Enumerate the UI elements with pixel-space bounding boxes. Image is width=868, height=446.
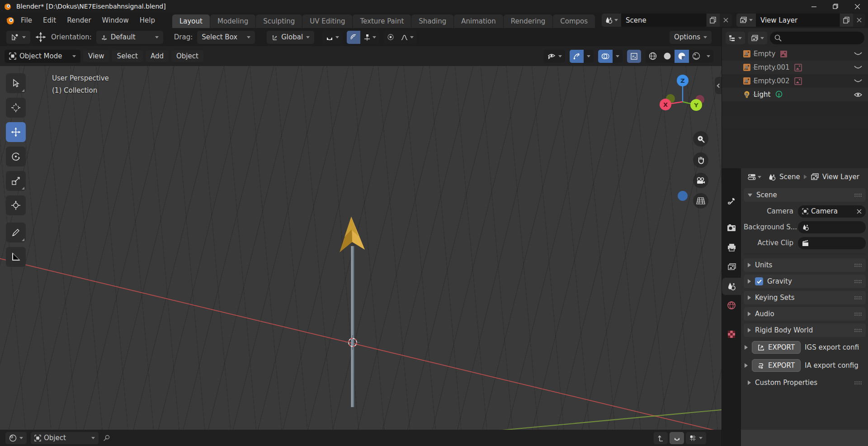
shading-solid-button[interactable] [660, 50, 675, 63]
expand-icon[interactable] [745, 79, 749, 83]
tab-uv-editing[interactable]: UV Editing [302, 14, 352, 28]
drag-dropdown[interactable]: Select Box [197, 31, 255, 44]
outliner-display-mode-button[interactable] [726, 32, 745, 44]
snap-target-button[interactable] [360, 31, 379, 44]
panel-units[interactable]: Units [744, 258, 866, 272]
menu-window[interactable]: Window [97, 13, 134, 28]
tab-output[interactable] [722, 239, 741, 256]
tab-view-layer[interactable] [722, 259, 741, 276]
sidebar-collapse-tab[interactable] [715, 77, 722, 94]
expand-icon[interactable] [745, 92, 749, 97]
axis-y-ball[interactable]: Y [690, 99, 702, 111]
footer-object-dropdown[interactable]: Object [31, 432, 99, 444]
pan-view-button[interactable] [693, 152, 708, 168]
toggle-xray-button[interactable] [627, 50, 641, 63]
tab-shading[interactable]: Shading [411, 14, 453, 28]
drag-grip[interactable] [854, 296, 862, 300]
axis-x-ball[interactable]: X [660, 99, 671, 110]
tab-modeling[interactable]: Modeling [210, 14, 255, 28]
editor-type-button[interactable] [5, 432, 27, 444]
scene-unlink-button[interactable] [720, 14, 732, 27]
show-gizmo-visibility-button[interactable] [544, 50, 565, 63]
background-scene-field[interactable] [798, 221, 866, 233]
ia-export-button[interactable]: EXPORT [752, 359, 801, 372]
igs-export-button[interactable]: EXPORT [752, 341, 801, 354]
tool-rotate[interactable] [6, 147, 26, 166]
drag-grip[interactable] [854, 381, 862, 385]
move-gizmo-icon[interactable] [35, 31, 47, 43]
tab-sculpting[interactable]: Sculpting [256, 14, 302, 28]
transform-orientation-dropdown[interactable]: Global [267, 31, 314, 44]
close-button[interactable] [846, 0, 868, 13]
tool-move[interactable] [6, 122, 26, 142]
panel-audio[interactable]: Audio [744, 307, 866, 321]
active-clip-field[interactable] [798, 237, 866, 249]
menu-object[interactable]: Object [171, 50, 203, 62]
tool-scale[interactable] [6, 171, 26, 191]
pin-icon[interactable] [103, 434, 110, 442]
outliner-row-empty[interactable]: Empty [722, 47, 868, 61]
tool-cursor[interactable] [6, 98, 26, 118]
expand-icon[interactable] [745, 52, 749, 56]
menu-file[interactable]: File [15, 13, 38, 28]
scene-browse-button[interactable] [602, 14, 621, 27]
camera-view-button[interactable] [693, 173, 708, 188]
shading-rendered-button[interactable] [689, 50, 703, 63]
proportional-edit-button[interactable] [384, 31, 397, 44]
footer-up-button[interactable] [654, 432, 668, 444]
restore-button[interactable] [825, 0, 846, 13]
camera-field[interactable]: Camera [798, 205, 866, 218]
show-gizmos-button[interactable] [570, 50, 584, 63]
view-layer-remove-button[interactable] [853, 14, 865, 27]
outliner-filter-button[interactable] [748, 32, 767, 44]
tab-layout[interactable]: Layout [172, 14, 210, 28]
blue-dot-object[interactable] [677, 190, 689, 202]
scene-new-button[interactable] [706, 14, 720, 27]
panel-gravity[interactable]: Gravity [744, 275, 866, 288]
expand-icon[interactable] [745, 65, 749, 70]
properties-filter-button[interactable] [745, 171, 764, 183]
blender-menu-icon[interactable] [5, 15, 15, 25]
tab-rendering[interactable]: Rendering [504, 14, 553, 28]
gizmos-dropdown[interactable] [584, 50, 594, 63]
drag-grip[interactable] [854, 312, 862, 316]
breadcrumb-view-layer[interactable]: View Layer [822, 173, 859, 181]
drag-grip[interactable] [854, 328, 862, 332]
view-layer-browse-button[interactable] [736, 14, 756, 27]
tool-select-box[interactable] [6, 73, 26, 93]
options-dropdown[interactable]: Options [670, 31, 712, 44]
shading-material-button[interactable] [675, 50, 689, 63]
tool-transform[interactable] [6, 195, 26, 215]
tool-annotate[interactable] [6, 223, 26, 242]
shading-dropdown[interactable] [703, 50, 713, 63]
panel-custom-properties[interactable]: Custom Properties [744, 376, 866, 389]
menu-render[interactable]: Render [61, 13, 96, 28]
eye-open-icon[interactable] [854, 92, 863, 98]
drag-grip[interactable] [854, 280, 862, 284]
eye-closed-icon[interactable] [854, 51, 863, 57]
tool-measure[interactable] [6, 247, 26, 267]
gravity-checkbox[interactable] [755, 277, 763, 285]
eye-closed-icon[interactable] [854, 65, 863, 70]
eye-closed-icon[interactable] [854, 78, 863, 84]
panel-ia-export[interactable]: EXPORT IA export config [744, 358, 866, 373]
outliner-row-empty-001[interactable]: Empty.001 [722, 61, 868, 74]
breadcrumb-scene[interactable]: Scene [779, 173, 800, 181]
tab-scene[interactable] [722, 278, 741, 295]
orientation-dropdown[interactable]: Default [96, 31, 163, 44]
panel-keying-sets[interactable]: Keying Sets [744, 291, 866, 304]
view-layer-name-field[interactable]: View Layer [756, 14, 840, 27]
scene-name-field[interactable]: Scene [621, 14, 706, 27]
tab-render[interactable] [722, 219, 741, 236]
menu-select[interactable]: Select [112, 50, 143, 62]
drag-grip[interactable] [854, 263, 862, 267]
zoom-view-button[interactable] [693, 131, 708, 147]
axis-z-ball[interactable]: Z [677, 75, 689, 86]
tab-texture-paint[interactable]: Texture Paint [353, 14, 411, 28]
tab-animation[interactable]: Animation [454, 14, 503, 28]
tab-tool[interactable] [722, 193, 741, 210]
ortho-view-button[interactable] [693, 193, 708, 209]
overlays-dropdown[interactable] [613, 50, 623, 63]
panel-rigid-body-world[interactable]: Rigid Body World [744, 323, 866, 337]
tab-compositing[interactable]: Compos [553, 14, 595, 28]
